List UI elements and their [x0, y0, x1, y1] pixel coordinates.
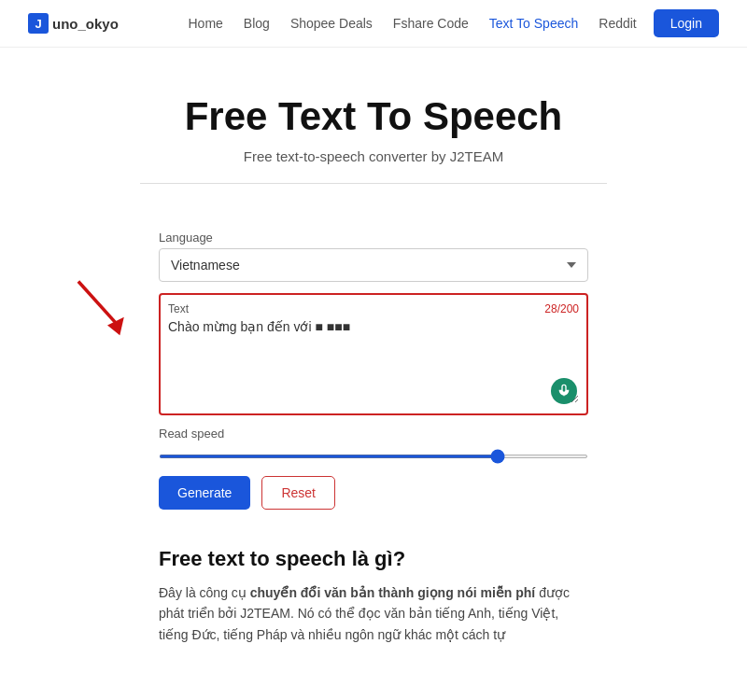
nav-blog[interactable]: Blog: [244, 16, 270, 31]
info-body: Đây là công cụ chuyển đổi văn bản thành …: [159, 582, 588, 645]
language-select[interactable]: Vietnamese English French German Japanes…: [159, 248, 588, 282]
nav-fshare[interactable]: Fshare Code: [393, 16, 469, 31]
speed-slider[interactable]: [159, 455, 588, 458]
mic-icon: [557, 384, 571, 399]
text-input[interactable]: Chào mừng bạn đến với ■ ■■■: [168, 319, 579, 403]
language-group: Language Vietnamese English French Germa…: [159, 231, 588, 282]
nav-shopee[interactable]: Shopee Deals: [290, 16, 373, 31]
hero-subtitle: Free text-to-speech converter by J2TEAM: [19, 148, 728, 164]
login-button[interactable]: Login: [654, 9, 719, 37]
nav-tts[interactable]: Text To Speech: [489, 16, 578, 31]
navbar: J uno_okyo Home Blog Shopee Deals Fshare…: [0, 0, 747, 48]
red-arrow-icon: [65, 277, 149, 352]
text-field-header: Text 28/200: [168, 302, 579, 315]
info-heading: Free text to speech là gì?: [159, 547, 588, 571]
hero-section: Free Text To Speech Free text-to-speech …: [0, 48, 747, 183]
svg-marker-1: [107, 317, 124, 336]
char-count-badge: 28/200: [544, 302, 579, 315]
language-label: Language: [159, 231, 588, 245]
speed-group: Read speed: [159, 427, 588, 461]
brand-name: uno_okyo: [52, 16, 119, 32]
nav-reddit[interactable]: Reddit: [599, 16, 636, 31]
brand-icon: J: [28, 13, 49, 34]
speed-label: Read speed: [159, 427, 588, 441]
generate-button[interactable]: Generate: [159, 476, 250, 510]
text-field-label: Text: [168, 302, 189, 315]
text-field-container: Text 28/200 Chào mừng bạn đến với ■ ■■■: [159, 293, 588, 415]
nav-home[interactable]: Home: [189, 16, 223, 31]
mic-button[interactable]: [551, 378, 577, 404]
divider: [140, 183, 607, 184]
svg-line-0: [78, 281, 116, 322]
info-section: Free text to speech là gì? Đây là công c…: [140, 547, 607, 673]
reset-button[interactable]: Reset: [261, 476, 335, 510]
hero-title: Free Text To Speech: [19, 94, 728, 139]
form-container: Language Vietnamese English French Germa…: [140, 231, 607, 510]
button-row: Generate Reset: [159, 476, 588, 510]
nav-links: Home Blog Shopee Deals Fshare Code Text …: [189, 16, 637, 31]
brand-logo[interactable]: J uno_okyo: [28, 13, 119, 34]
